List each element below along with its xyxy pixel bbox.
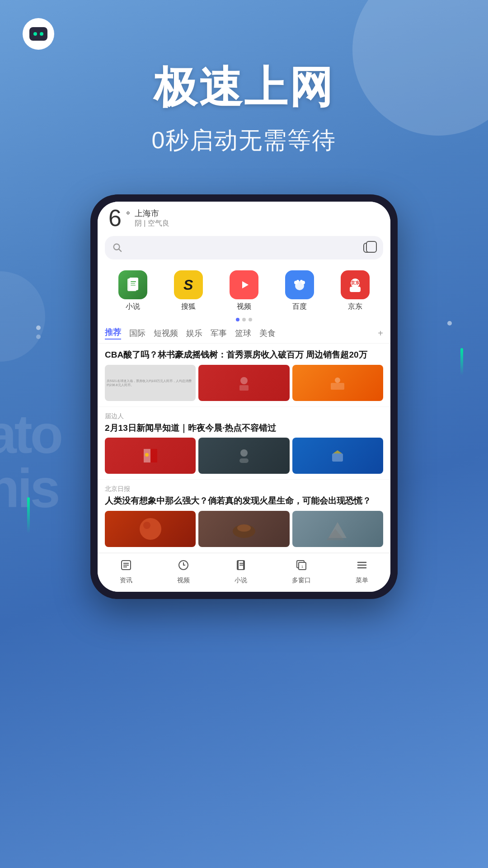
- phone-mockup: 6 ° 上海市 阴 | 空气良: [90, 194, 398, 599]
- news-img-person: [198, 438, 289, 474]
- svg-point-16: [240, 377, 248, 384]
- news-img-mars: [105, 511, 196, 547]
- tab-short-video[interactable]: 短视频: [154, 328, 178, 339]
- news-img-rock: [292, 511, 383, 547]
- app-label-sohu: 搜狐: [181, 302, 196, 311]
- svg-point-27: [140, 518, 161, 540]
- svg-point-12: [300, 280, 303, 283]
- news-image-3c: [292, 511, 383, 547]
- weather-bar: 6 ° 上海市 阴 | 空气良: [98, 202, 390, 232]
- tab-basketball[interactable]: 篮球: [235, 328, 251, 339]
- svg-point-19: [335, 377, 340, 383]
- hero-title: 极速上网: [0, 59, 488, 118]
- sohu-s-letter: S: [183, 277, 193, 293]
- news-image-1b: [198, 365, 289, 401]
- tab-switcher-icon[interactable]: [363, 243, 376, 253]
- nav-menu[interactable]: 菜单: [356, 559, 368, 585]
- phone-frame: 6 ° 上海市 阴 | 空气良: [90, 194, 398, 599]
- weather-description: 阴 | 空气良: [135, 219, 169, 228]
- apps-section: 小说 S 搜狐: [98, 265, 390, 315]
- robot-eye-right: [40, 32, 43, 36]
- news-source-2: 届边人: [105, 412, 383, 420]
- decoration-dot-2: [36, 335, 41, 339]
- svg-rect-4: [131, 281, 136, 282]
- tab-recommend[interactable]: 推荐: [105, 327, 121, 340]
- phone-screen: 6 ° 上海市 阴 | 空气良: [98, 202, 390, 592]
- hero-subtitle: 0秒启动无需等待: [0, 125, 488, 156]
- news-feed: CBA酸了吗？林书豪成摇钱树：首秀票房收入破百万 周边销售超20万 共5321名…: [98, 344, 390, 553]
- city-name: 上海市: [135, 208, 169, 219]
- tab-add-icon[interactable]: +: [378, 328, 383, 339]
- news-image-3b: [198, 511, 289, 547]
- news-item-1[interactable]: CBA酸了吗？林书豪成摇钱树：首秀票房收入破百万 周边销售超20万 共5321名…: [98, 344, 390, 407]
- news-img-scene: [292, 365, 383, 401]
- nav-multi-icon: 1: [295, 559, 308, 575]
- news-image-1c: [292, 365, 383, 401]
- news-image-2c: [292, 438, 383, 474]
- app-icon-sohu: S: [174, 270, 203, 299]
- search-bar[interactable]: [105, 236, 383, 259]
- news-image-1a: 共5321名球迷入场，票房收入约103万元人民币，人均总消费约236.8元人民币…: [105, 365, 196, 401]
- decoration-bar-right: [460, 348, 463, 375]
- svg-point-22: [145, 453, 149, 457]
- news-img-crater: [198, 511, 289, 547]
- nav-info[interactable]: 资讯: [120, 559, 132, 585]
- news-title-2: 2月13日新闻早知道｜昨夜今晨·热点不容错过: [105, 422, 383, 434]
- svg-rect-25: [332, 453, 343, 462]
- nav-video-label: 视频: [177, 576, 190, 585]
- svg-point-30: [237, 524, 251, 532]
- robot-eye-left: [33, 32, 37, 36]
- news-item-3[interactable]: 北京日报 人类没有想象中那么强大？倘若真的发现火星生命，可能会出现恐慌？: [98, 480, 390, 553]
- search-section: [98, 232, 390, 265]
- nav-novel[interactable]: 小说: [235, 559, 247, 585]
- news-title-1: CBA酸了吗？林书豪成摇钱树：首秀票房收入破百万 周边销售超20万: [105, 349, 383, 361]
- app-item-jd[interactable]: 京东 京东: [335, 270, 375, 311]
- svg-rect-17: [239, 385, 249, 391]
- svg-marker-7: [242, 281, 249, 288]
- svg-rect-5: [131, 283, 135, 284]
- svg-point-23: [240, 449, 248, 457]
- tab-military[interactable]: 军事: [211, 328, 227, 339]
- news-source-3: 北京日报: [105, 485, 383, 493]
- dot-1: [236, 318, 239, 321]
- nav-multi[interactable]: 1 多窗口: [292, 559, 311, 585]
- app-item-video[interactable]: 视频: [224, 270, 264, 311]
- nav-novel-icon: [235, 559, 247, 575]
- nav-menu-icon: [356, 559, 368, 575]
- svg-rect-18: [331, 383, 344, 390]
- tab-food[interactable]: 美食: [259, 328, 276, 339]
- news-images-2: [105, 438, 383, 474]
- app-item-baidu[interactable]: 百度: [279, 270, 320, 311]
- app-label-video: 视频: [237, 302, 251, 311]
- app-icon-baidu: [285, 270, 314, 299]
- tab-entertainment[interactable]: 娱乐: [186, 328, 202, 339]
- dot-2: [242, 318, 246, 321]
- nav-info-label: 资讯: [120, 576, 132, 585]
- svg-rect-21: [150, 449, 157, 462]
- search-icon: [112, 242, 123, 253]
- app-logo[interactable]: [23, 18, 54, 50]
- category-tabs: 推荐 国际 短视频 娱乐 军事 篮球 美食 +: [98, 323, 390, 344]
- dot-3: [249, 318, 252, 321]
- nav-info-icon: [120, 559, 132, 575]
- tab-international[interactable]: 国际: [129, 328, 145, 339]
- news-image-2a: [105, 438, 196, 474]
- svg-marker-26: [333, 450, 342, 453]
- nav-menu-label: 菜单: [356, 576, 368, 585]
- app-item-sohu[interactable]: S 搜狐: [168, 270, 209, 311]
- app-item-novel[interactable]: 小说: [113, 270, 153, 311]
- decoration-dot-3: [447, 321, 452, 326]
- news-item-2[interactable]: 届边人 2月13日新闻早知道｜昨夜今晨·热点不容错过: [98, 407, 390, 480]
- degree-symbol: °: [126, 210, 130, 222]
- svg-rect-6: [131, 285, 136, 286]
- svg-rect-24: [239, 458, 249, 463]
- nav-video-icon: [177, 559, 190, 575]
- svg-rect-14: [350, 287, 361, 292]
- app-label-jd: 京东: [348, 302, 362, 311]
- app-icon-video: [230, 270, 258, 299]
- news-img-text: 共5321名球迷入场，票房收入约103万元人民币，人均总消费约236.8元人民币…: [105, 365, 196, 401]
- nav-video[interactable]: 视频: [177, 559, 190, 585]
- watermark-text: ato his: [0, 407, 61, 515]
- weather-info: 上海市 阴 | 空气良: [135, 208, 169, 228]
- svg-point-11: [296, 280, 299, 283]
